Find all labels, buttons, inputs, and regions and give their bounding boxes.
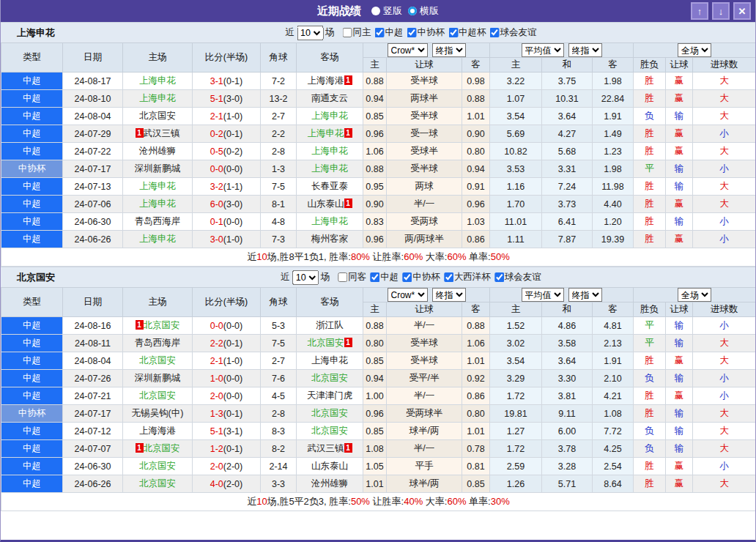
subcol-header-avg-home: 主 (490, 58, 542, 73)
fulltime-score: 2-1 (210, 356, 223, 366)
same-venue-checkbox[interactable] (338, 272, 347, 282)
average-select[interactable]: 平均值 (522, 288, 564, 302)
handicap-away-odds-cell: 1.01 (462, 108, 490, 125)
halftime-score: (2-0) (223, 479, 242, 489)
team-name-text: 沧州雄狮 (139, 146, 176, 156)
scope-select[interactable]: 全场 (678, 288, 711, 302)
halftime-score: (0-0) (223, 217, 242, 227)
handicap-line-cell: 受半球 (387, 352, 462, 370)
subcol-header-odds-line: 让球 (387, 58, 462, 73)
home-team-cell: 上海申花 (123, 196, 193, 213)
result-outcome-cell: 胜 (634, 125, 666, 143)
competition-filter-3[interactable]: 球会友谊 (486, 26, 537, 39)
avg-draw-odds-cell: 6.00 (542, 423, 593, 440)
avg-draw-odds-cell: 3.81 (542, 387, 593, 405)
result-goals-cell: 小 (693, 370, 756, 387)
summary-text: 50% (491, 251, 510, 262)
competition-checkbox-1[interactable] (407, 28, 417, 37)
league-type-cell: 中协杯 (1, 405, 63, 423)
avg-draw-odds-cell: 3.64 (542, 108, 593, 125)
recent-count-select[interactable]: 10 (292, 270, 319, 285)
filter-bar: 近10场同客中超中协杯大西洋杯球会友谊 (281, 270, 541, 285)
result-handicap-cell: 输 (666, 213, 693, 231)
handicap-home-odds-cell: 1.00 (363, 387, 387, 405)
result-goals-cell: 小 (693, 317, 756, 335)
competition-filter-1[interactable]: 中协杯 (399, 271, 440, 283)
competition-filter-0[interactable]: 中超 (371, 26, 404, 39)
team-name-text: 山东泰山 (308, 198, 344, 209)
handicap-line-cell: 受两球半 (387, 405, 462, 423)
layout-horizontal-radio[interactable]: 横版 (408, 4, 439, 18)
handicap-line-cell: 受球半 (387, 143, 462, 160)
average-select[interactable]: 平均值 (522, 43, 564, 57)
odds-stage-select[interactable]: 终指 (432, 43, 466, 57)
competition-filter-1[interactable]: 中协杯 (404, 26, 445, 39)
result-goals-cell: 大 (693, 73, 756, 90)
competition-filter-2[interactable]: 大西洋杯 (440, 271, 491, 283)
summary-text: 单率: (466, 251, 490, 262)
close-button[interactable]: ✕ (733, 2, 751, 20)
fulltime-score: 2-0 (210, 391, 223, 401)
subcol-header-avg-home: 主 (490, 302, 542, 317)
avg-home-odds-cell: 1.72 (490, 440, 542, 458)
competition-filter-3[interactable]: 球会友谊 (491, 271, 541, 283)
summary-text: 让胜率: (370, 496, 404, 507)
fulltime-score: 5-1 (210, 94, 223, 104)
avg-home-odds-cell: 5.69 (490, 125, 542, 143)
layout-vertical-radio[interactable]: 竖版 (371, 4, 402, 18)
bookmaker-select[interactable]: Crow* (388, 288, 428, 302)
halftime-score: (3-0) (223, 94, 242, 104)
competition-checkbox-2[interactable] (444, 272, 453, 282)
score-cell: 2-0(0-0) (193, 387, 261, 405)
subcol-header-odds-away: 客 (462, 302, 490, 317)
match-row: 中超24-07-06上海申花6-0(3-0)8-1山东泰山10.90半/一0.9… (1, 196, 756, 213)
avg-stage-select[interactable]: 终指 (568, 43, 602, 57)
competition-checkbox-2[interactable] (448, 28, 458, 37)
match-row: 中超24-07-13上海申花3-2(1-1)7-5长春亚泰0.95两球0.911… (1, 178, 756, 196)
result-handicap-cell: 赢 (666, 143, 693, 160)
recent-count-select[interactable]: 10 (297, 26, 323, 40)
bookmaker-select[interactable]: Crow* (388, 43, 428, 57)
team-name-text: 上海申花 (139, 198, 176, 209)
competition-filter-2[interactable]: 中超杯 (445, 26, 486, 39)
average-group-header: 平均值终指 (490, 288, 634, 302)
avg-draw-odds-cell: 7.24 (542, 178, 593, 196)
move-down-button[interactable]: ↓ (712, 2, 730, 20)
same-venue-checkbox[interactable] (343, 28, 352, 37)
avg-home-odds-cell: 1.16 (490, 178, 542, 196)
corners-cell: 4-8 (261, 213, 297, 231)
halftime-score: (1-1) (223, 182, 242, 192)
competition-checkbox-0[interactable] (375, 28, 385, 37)
move-up-button[interactable]: ↑ (691, 2, 708, 20)
competition-checkbox-3[interactable] (490, 28, 500, 37)
section-header-guoan: 北京国安近10场同客中超中协杯大西洋杯球会友谊 (1, 267, 755, 287)
result-handicap-cell: 赢 (666, 458, 693, 475)
scope-select[interactable]: 全场 (678, 43, 711, 57)
away-team-cell: 天津津门虎 (297, 387, 363, 405)
team-name-text: 北京国安 (311, 408, 348, 418)
same-venue-filter[interactable]: 同客 (334, 271, 366, 283)
result-handicap-cell: 赢 (666, 125, 693, 143)
avg-draw-odds-cell: 3.28 (542, 458, 593, 475)
window-controls: ↑ ↓ ✕ (691, 2, 751, 20)
handicap-home-odds-cell: 0.95 (363, 178, 387, 196)
score-cell: 0-5(0-2) (193, 143, 261, 160)
score-cell: 1-0(0-0) (193, 370, 261, 387)
match-row: 中超24-06-30北京国安2-0(2-0)2-14山东泰山1.05平手0.81… (1, 458, 756, 475)
competition-checkbox-0[interactable] (370, 272, 379, 282)
result-outcome-cell: 胜 (634, 213, 666, 231)
odds-stage-select[interactable]: 终指 (432, 288, 466, 302)
avg-stage-select[interactable]: 终指 (568, 288, 602, 302)
away-team-cell: 上海申花 (297, 213, 363, 231)
competition-filter-0[interactable]: 中超 (366, 271, 399, 283)
corners-cell: 2-14 (261, 458, 297, 475)
competition-checkbox-1[interactable] (402, 272, 412, 282)
avg-home-odds-cell: 3.53 (490, 160, 542, 178)
same-venue-filter[interactable]: 同主 (339, 26, 371, 39)
score-cell: 0-2(0-1) (193, 125, 261, 143)
competition-checkbox-3[interactable] (494, 272, 504, 282)
summary-text: 让胜率: (370, 251, 404, 262)
match-date-cell: 24-06-26 (63, 475, 123, 493)
away-team-cell: 上海申花 (297, 352, 363, 370)
summary-text: 80% (351, 251, 370, 262)
